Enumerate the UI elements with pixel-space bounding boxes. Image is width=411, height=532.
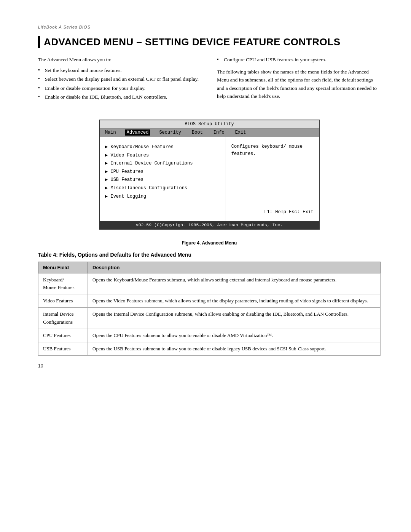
field-cell: Internal DeviceConfigurations: [38, 308, 88, 329]
bios-body: ▶ Keyboard/Mouse Features▶ Video Feature…: [100, 137, 319, 221]
page-number: 10: [38, 363, 381, 369]
table-body: Keyboard/Mouse FeaturesOpens the Keyboar…: [38, 273, 381, 355]
bios-menu-item: Exit: [234, 129, 248, 136]
left-bullet-list: Set the keyboard and mouse features.Sele…: [38, 66, 202, 101]
bios-menu-entry: ▶ Event Logging: [105, 193, 220, 201]
bios-menu-entry: ▶ Miscellaneous Configurations: [105, 184, 220, 193]
figure-caption: Figure 4. Advanced Menu: [38, 240, 381, 246]
bios-footer: v02.59 (C)Copyright 1985-2006, American …: [100, 221, 319, 229]
description-cell: Opens the Internal Device Configuration …: [88, 308, 381, 329]
table-row: Internal DeviceConfigurationsOpens the I…: [38, 308, 381, 329]
intro-right-paragraph: The following tables show the names of t…: [217, 68, 381, 101]
bios-menu-entry: ▶ USB Features: [105, 176, 220, 184]
table-header-row: Menu Field Description: [38, 262, 381, 273]
bullet-item: Enable or disable compensation for your …: [38, 84, 202, 93]
page-header: LifeBook A Series BIOS: [38, 23, 381, 29]
bios-title: BIOS Setup Utility: [100, 120, 319, 128]
table-row: CPU FeaturesOpens the CPU Features subme…: [38, 329, 381, 342]
bios-menu-entry: ▶ Video Features: [105, 152, 220, 160]
bullet-item: Configure CPU and USB features in your s…: [217, 56, 381, 64]
bios-help-footer: F1: Help Esc: Exit: [231, 206, 314, 215]
col-header-field: Menu Field: [38, 262, 88, 273]
field-cell: USB Features: [38, 342, 88, 355]
page-title: Advanced Menu – Setting Device Feature C…: [38, 36, 381, 48]
bios-menu-bar: MainAdvancedSecurityBootInfoExit: [100, 128, 319, 137]
intro-section: The Advanced Menu allows you to: Set the…: [38, 56, 381, 103]
description-cell: Opens the Keyboard/Mouse Features submen…: [88, 273, 381, 294]
right-bullet-list: Configure CPU and USB features in your s…: [217, 56, 381, 64]
fields-table: Menu Field Description Keyboard/Mouse Fe…: [38, 262, 381, 356]
field-cell: CPU Features: [38, 329, 88, 342]
bios-right-panel: Configures keyboard/ mouse features. F1:…: [226, 137, 319, 221]
col-header-desc: Description: [88, 262, 381, 273]
description-cell: Opens the Video Features submenu, which …: [88, 294, 381, 308]
intro-left-lead: The Advanced Menu allows you to:: [38, 56, 202, 64]
description-cell: Opens the USB Features submenu to allow …: [88, 342, 381, 355]
intro-right: Configure CPU and USB features in your s…: [217, 56, 381, 103]
bios-menu-entry: ▶ Internal Device Configurations: [105, 160, 220, 168]
bios-menu-item: Main: [104, 129, 118, 136]
table-title: Table 4: Fields, Options and Defaults fo…: [38, 252, 381, 258]
bios-screenshot: BIOS Setup Utility MainAdvancedSecurityB…: [99, 120, 320, 230]
bios-left-panel: ▶ Keyboard/Mouse Features▶ Video Feature…: [100, 137, 226, 221]
bios-help-text: Configures keyboard/ mouse features.: [231, 143, 314, 158]
bios-menu-item: Advanced: [125, 129, 150, 136]
table-row: Keyboard/Mouse FeaturesOpens the Keyboar…: [38, 273, 381, 294]
header-label: LifeBook A Series BIOS: [38, 25, 91, 29]
bullet-item: Set the keyboard and mouse features.: [38, 66, 202, 75]
bullet-item: Enable or disable the IDE, Bluetooth, an…: [38, 93, 202, 101]
bios-menu-item: Boot: [190, 129, 204, 136]
table-row: Video FeaturesOpens the Video Features s…: [38, 294, 381, 308]
description-cell: Opens the CPU Features submenu to allow …: [88, 329, 381, 342]
bios-menu-entry: ▶ CPU Features: [105, 168, 220, 176]
bios-menu-entry: ▶ Keyboard/Mouse Features: [105, 143, 220, 152]
table-row: USB FeaturesOpens the USB Features subme…: [38, 342, 381, 355]
bios-menu-item: Info: [212, 129, 226, 136]
bios-menu-item: Security: [158, 129, 183, 136]
intro-left: The Advanced Menu allows you to: Set the…: [38, 56, 202, 103]
field-cell: Video Features: [38, 294, 88, 308]
field-cell: Keyboard/Mouse Features: [38, 273, 88, 294]
bullet-item: Select between the display panel and an …: [38, 75, 202, 83]
